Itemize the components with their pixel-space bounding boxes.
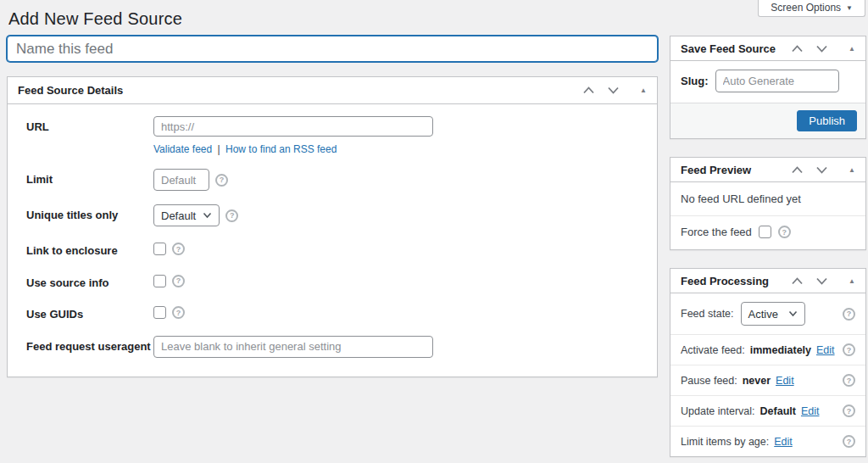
activate-feed-edit-link[interactable]: Edit xyxy=(816,344,835,356)
help-icon[interactable]: ? xyxy=(843,435,855,448)
page-title: Add New Feed Source xyxy=(8,9,860,29)
chevron-down-icon xyxy=(203,212,212,219)
how-to-find-rss-link[interactable]: How to find an RSS feed xyxy=(225,143,337,155)
pause-feed-value: never xyxy=(743,375,771,387)
feed-source-details-body: URL Validate feed | How to find an RSS f… xyxy=(8,104,657,377)
update-interval-edit-link[interactable]: Edit xyxy=(801,405,820,417)
useragent-label: Feed request useragent xyxy=(26,336,153,358)
limit-items-by-age-row: Limit items by age: Edit ? xyxy=(670,427,865,456)
preview-empty-message: No feed URL defined yet xyxy=(670,182,865,215)
publish-button[interactable]: Publish xyxy=(797,110,857,131)
move-up-icon[interactable] xyxy=(581,84,597,97)
help-icon[interactable]: ? xyxy=(843,404,855,417)
help-icon[interactable]: ? xyxy=(172,275,185,287)
activate-feed-value: immediately xyxy=(750,344,811,356)
panel-title: Feed Processing xyxy=(681,275,789,287)
help-icon[interactable]: ? xyxy=(843,374,855,387)
help-icon[interactable]: ? xyxy=(843,308,855,321)
panel-feed-source-details: Feed Source Details ▲ URL xyxy=(7,76,658,377)
collapse-toggle-icon[interactable]: ▲ xyxy=(845,165,859,176)
useragent-input[interactable] xyxy=(153,336,433,358)
feed-title-input[interactable] xyxy=(7,36,658,62)
limit-label: Limit xyxy=(26,169,153,191)
form-row-use-source-info: Use source info ? xyxy=(26,272,640,291)
content-columns: Feed Source Details ▲ URL xyxy=(0,36,868,463)
form-row-unique-titles: Unique titles only Default ? xyxy=(26,204,640,226)
collapse-toggle-icon[interactable]: ▲ xyxy=(637,85,650,96)
use-guids-label: Use GUIDs xyxy=(26,304,153,322)
panel-feed-processing: Feed Processing ▲ Feed state: Active xyxy=(670,268,866,457)
help-icon[interactable]: ? xyxy=(172,306,185,319)
form-row-use-guids: Use GUIDs ? xyxy=(26,304,640,322)
update-interval-label: Update interval: xyxy=(681,405,755,417)
pause-feed-label: Pause feed: xyxy=(681,375,737,387)
activate-feed-row: Activate feed: immediately Edit ? xyxy=(670,335,865,365)
collapse-toggle-icon[interactable]: ▲ xyxy=(845,276,859,287)
limit-input[interactable] xyxy=(153,169,209,191)
use-guids-checkbox[interactable] xyxy=(153,306,166,319)
screen-options-label: Screen Options xyxy=(771,2,841,14)
help-icon[interactable]: ? xyxy=(225,209,238,222)
feed-state-row: Feed state: Active ? xyxy=(670,293,865,335)
force-feed-label: Force the feed xyxy=(681,226,752,238)
move-down-icon[interactable] xyxy=(605,84,621,97)
move-down-icon[interactable] xyxy=(814,275,830,287)
sidebar: Save Feed Source ▲ Slug: Publish xyxy=(670,36,866,463)
save-panel-header[interactable]: Save Feed Source ▲ xyxy=(670,36,865,61)
main-column: Feed Source Details ▲ URL xyxy=(7,36,658,463)
chevron-down-icon xyxy=(788,310,798,317)
chevron-down-icon: ▼ xyxy=(846,4,853,12)
unique-titles-label: Unique titles only xyxy=(26,204,153,226)
move-down-icon[interactable] xyxy=(814,164,830,176)
slug-label: Slug: xyxy=(681,75,709,87)
processing-panel-header[interactable]: Feed Processing ▲ xyxy=(670,269,865,293)
link-separator: | xyxy=(218,143,220,155)
limit-items-by-age-edit-link[interactable]: Edit xyxy=(774,436,793,448)
update-interval-row: Update interval: Default Edit ? xyxy=(670,396,865,427)
form-row-link-to-enclosure: Link to enclosure ? xyxy=(26,240,640,259)
link-to-enclosure-checkbox[interactable] xyxy=(153,243,166,255)
use-source-info-checkbox[interactable] xyxy=(153,275,166,287)
move-down-icon[interactable] xyxy=(814,42,830,55)
panel-title: Feed Source Details xyxy=(18,84,581,97)
form-row-useragent: Feed request useragent xyxy=(26,336,640,358)
move-up-icon[interactable] xyxy=(789,164,805,176)
help-icon[interactable]: ? xyxy=(778,226,791,238)
url-label: URL xyxy=(26,116,153,155)
pause-feed-row: Pause feed: never Edit ? xyxy=(670,365,865,396)
help-icon[interactable]: ? xyxy=(843,343,855,356)
unique-titles-select[interactable]: Default xyxy=(153,204,220,226)
slug-row: Slug: xyxy=(670,61,865,103)
link-to-enclosure-label: Link to enclosure xyxy=(26,240,153,259)
feed-source-details-header[interactable]: Feed Source Details ▲ xyxy=(8,77,657,104)
handle-actions: ▲ xyxy=(581,84,650,97)
move-up-icon[interactable] xyxy=(789,42,805,55)
force-feed-row: Force the feed ? xyxy=(670,216,865,249)
update-interval-value: Default xyxy=(760,405,796,417)
help-icon[interactable]: ? xyxy=(215,174,228,187)
force-feed-checkbox[interactable] xyxy=(759,226,771,238)
panel-save-feed-source: Save Feed Source ▲ Slug: Publish xyxy=(670,36,866,139)
screen-options-button[interactable]: Screen Options ▼ xyxy=(758,0,865,17)
panel-feed-preview: Feed Preview ▲ No feed URL defined yet F… xyxy=(670,157,866,250)
feed-state-value: Active xyxy=(748,308,778,321)
validate-feed-link[interactable]: Validate feed xyxy=(153,143,212,155)
panel-title: Feed Preview xyxy=(681,164,789,176)
pause-feed-edit-link[interactable]: Edit xyxy=(776,375,794,387)
page-header: Add New Feed Source xyxy=(0,0,868,34)
activate-feed-label: Activate feed: xyxy=(681,344,745,356)
form-row-url: URL Validate feed | How to find an RSS f… xyxy=(26,116,640,155)
slug-input[interactable] xyxy=(715,70,839,92)
unique-titles-value: Default xyxy=(161,209,196,222)
move-up-icon[interactable] xyxy=(789,275,805,287)
feed-state-select[interactable]: Active xyxy=(741,302,805,326)
url-input[interactable] xyxy=(153,116,433,137)
preview-panel-header[interactable]: Feed Preview ▲ xyxy=(670,158,865,182)
url-links: Validate feed | How to find an RSS feed xyxy=(153,143,622,155)
help-icon[interactable]: ? xyxy=(172,243,185,255)
form-row-limit: Limit ? xyxy=(26,169,640,191)
collapse-toggle-icon[interactable]: ▲ xyxy=(845,43,859,54)
limit-items-by-age-label: Limit items by age: xyxy=(681,436,769,448)
panel-title: Save Feed Source xyxy=(681,42,789,55)
feed-state-label: Feed state: xyxy=(681,308,734,320)
